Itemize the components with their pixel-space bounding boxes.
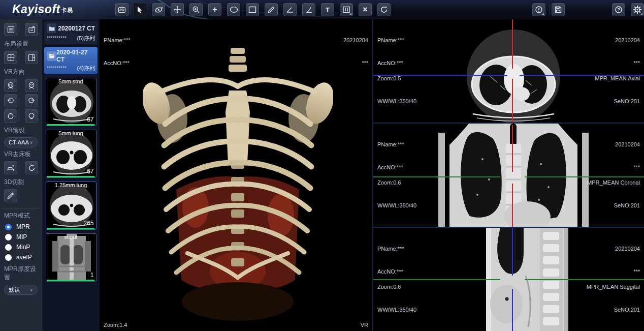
- sagittal-vertical-crosshair[interactable]: [512, 289, 513, 331]
- coronal-horizontal-crosshair[interactable]: [525, 176, 644, 177]
- mpr-thickness-select[interactable]: 默认 ∨: [4, 285, 38, 295]
- vr-viewport[interactable]: PName:*** AccNO:*** 20210204 *** Zoom:1.…: [100, 19, 372, 331]
- chevron-down-icon: ∨: [29, 287, 33, 292]
- series-thumbnail[interactable]: 5mm stnd 67: [46, 78, 96, 126]
- radio-label: MPR: [16, 223, 30, 230]
- radio-icon: [5, 234, 12, 240]
- mpr-mode-option-mip[interactable]: MIP: [0, 232, 42, 242]
- toolbar-divider: [130, 4, 131, 15]
- zoom-overlay: Zoom:1.4: [104, 321, 127, 329]
- series-list-toggle-button[interactable]: [4, 23, 17, 36]
- radio-label: MIP: [16, 233, 27, 240]
- axial-vertical-crosshair[interactable]: [512, 79, 513, 124]
- delete-annotation-button[interactable]: ×: [359, 3, 372, 16]
- cobb-angle-button[interactable]: [302, 3, 315, 16]
- scout-thumbnail-image: [46, 234, 96, 282]
- view-type-overlay: VR: [361, 321, 368, 329]
- about-button[interactable]: [532, 3, 545, 16]
- series-thumbnail[interactable]: 5mm lung 67: [46, 130, 96, 178]
- help-button[interactable]: ?: [612, 3, 625, 16]
- pan-icon: [173, 6, 181, 14]
- bed-remove-icon: [7, 164, 15, 172]
- sagittal-vertical-crosshair[interactable]: [512, 228, 513, 276]
- point-tool-button[interactable]: +: [208, 3, 221, 16]
- zoom-tool-button[interactable]: [189, 3, 203, 16]
- dropdown-corner-mark: [349, 13, 351, 15]
- point-icon: +: [212, 5, 217, 14]
- thumbnail-label: scout: [46, 234, 96, 240]
- layout-settings-label: 布局设置: [0, 37, 42, 50]
- radio-icon: [5, 254, 12, 261]
- mpr-mode-option-mpr[interactable]: MPR: [0, 222, 42, 232]
- coronal-vertical-crosshair[interactable]: [512, 125, 513, 172]
- layout-grid-icon: [7, 54, 15, 62]
- layout-grid-button[interactable]: [4, 51, 17, 64]
- head-anterior-icon: [7, 81, 15, 89]
- cut-3d-button[interactable]: [4, 189, 17, 202]
- text-icon: T: [326, 6, 330, 14]
- axial-viewport[interactable]: PName:*** AccNO:*** 20210204 *** Zoom:0.…: [372, 19, 644, 124]
- load-progress-fill: [47, 124, 94, 126]
- reset-view-button[interactable]: [377, 3, 391, 16]
- mpr-mode-option-aveip[interactable]: aveIP: [0, 252, 42, 262]
- patient-overlay: PName:*** AccNO:***: [104, 21, 131, 82]
- sagittal-viewport[interactable]: PName:*** AccNO:*** 20210204 *** Zoom:0.…: [372, 228, 644, 331]
- vr-direction-label: VR方向: [0, 65, 42, 78]
- axial-vertical-crosshair[interactable]: [512, 19, 513, 69]
- zoom-icon: [192, 6, 200, 14]
- series-panel: 20200127 CT ********** (5)序列 2020-01-27 …: [42, 19, 100, 331]
- vr-preset-value: CT-AAA: [9, 139, 29, 145]
- study-series-count: (5)序列: [77, 35, 95, 42]
- tool-sidebar: 布局设置 VR方向 VR预设 CT-AAA ∨: [0, 19, 42, 331]
- rotate-3d-button[interactable]: [152, 3, 165, 16]
- masked-value: ***: [343, 59, 368, 67]
- report-panel-icon: [28, 26, 36, 34]
- study-item[interactable]: 20200127 CT ********** (5)序列: [44, 21, 98, 44]
- sagittal-horizontal-crosshair[interactable]: [373, 279, 500, 280]
- vr-inferior-button[interactable]: [25, 109, 38, 123]
- coronal-viewport[interactable]: PName:*** AccNO:*** 20210204 *** Zoom:0.…: [372, 124, 644, 228]
- vr-left-button[interactable]: [4, 94, 17, 107]
- coronal-vertical-crosshair[interactable]: [512, 184, 513, 228]
- study-item-selected[interactable]: 2020-01-27 CT ********** (4)序列: [44, 47, 98, 74]
- window-level-button[interactable]: [340, 3, 353, 16]
- vr-superior-button[interactable]: [4, 109, 17, 123]
- study-overlay: 20210204 ***: [343, 21, 368, 82]
- cursor-tool-button[interactable]: [133, 3, 146, 16]
- vr-right-button[interactable]: [25, 94, 38, 107]
- mpr-mode-option-minp[interactable]: MinP: [0, 242, 42, 252]
- mpr-2d-button[interactable]: 2D: [115, 3, 128, 16]
- mpr-panel: PName:*** AccNO:*** 20210204 *** Zoom:0.…: [372, 19, 644, 331]
- save-button[interactable]: [552, 3, 565, 16]
- rectangle-tool-button[interactable]: [246, 3, 259, 16]
- folder-icon: [47, 23, 56, 33]
- ellipse-tool-button[interactable]: [227, 3, 240, 16]
- sagittal-horizontal-crosshair[interactable]: [525, 279, 644, 280]
- settings-button[interactable]: [631, 3, 644, 16]
- vr-preset-select[interactable]: CT-AAA ∨: [4, 137, 38, 147]
- load-progress-bar: [47, 124, 95, 126]
- view-type: VR: [361, 321, 368, 329]
- remove-bed-button[interactable]: [4, 161, 17, 174]
- text-tool-button[interactable]: T: [321, 3, 334, 16]
- restore-bed-button[interactable]: [25, 161, 38, 174]
- axial-horizontal-crosshair[interactable]: [520, 75, 644, 76]
- angle-tool-button[interactable]: [283, 3, 297, 16]
- coronal-horizontal-crosshair[interactable]: [373, 176, 500, 177]
- series-thumbnail[interactable]: scout 1: [46, 233, 96, 282]
- load-progress-fill: [47, 176, 94, 177]
- thumbnail-image-count: 67: [87, 116, 93, 123]
- chevron-down-icon: ∨: [29, 140, 33, 145]
- axial-horizontal-crosshair[interactable]: [373, 75, 507, 76]
- series-list-icon: [7, 26, 15, 34]
- help-icon: ?: [615, 6, 623, 14]
- svg-text:?: ?: [617, 7, 620, 12]
- report-panel-toggle-button[interactable]: [25, 23, 38, 36]
- length-tool-button[interactable]: [265, 3, 278, 16]
- series-thumbnail-active[interactable]: 1.25mm lung 265: [46, 182, 96, 230]
- rotate-3d-icon: [154, 6, 163, 14]
- vr-posterior-button[interactable]: [25, 79, 38, 92]
- vr-anterior-button[interactable]: [4, 79, 17, 92]
- layout-right-panel-button[interactable]: [25, 51, 38, 64]
- pan-button[interactable]: [171, 3, 184, 16]
